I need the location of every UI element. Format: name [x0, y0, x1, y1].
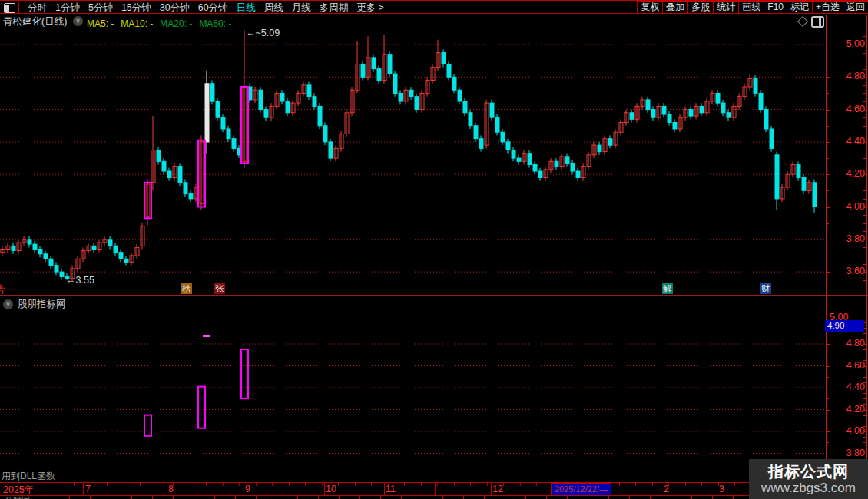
- axis-tick: [863, 421, 866, 421]
- axis-tick: [826, 431, 830, 432]
- timeline-month-label[interactable]: 2: [664, 484, 669, 494]
- axis-tick: [863, 404, 866, 405]
- marker-badge-2[interactable]: 解: [662, 283, 673, 294]
- axis-tick: [826, 410, 830, 411]
- axis-tick: [826, 344, 830, 345]
- split-window-icon: [4, 3, 15, 13]
- toolbar-button-0[interactable]: 复权: [637, 2, 662, 13]
- diamond-icon[interactable]: [797, 16, 808, 27]
- timeline-month-label[interactable]: 8: [168, 484, 174, 494]
- timeline-year-label: 2025年: [3, 484, 34, 497]
- period-tab-7[interactable]: 周线: [264, 2, 283, 15]
- maximize-panel-icon[interactable]: [811, 16, 824, 28]
- axis-tick: [863, 158, 866, 159]
- selected-date-box[interactable]: 2025/12/22/—: [551, 483, 611, 496]
- indicator-panel[interactable]: [0, 296, 826, 474]
- marker-badge-3[interactable]: 财: [760, 283, 771, 294]
- chevron-down-icon[interactable]: ∨: [73, 16, 83, 26]
- period-tab-6[interactable]: 日线: [237, 2, 256, 15]
- axis-tick: [826, 442, 829, 443]
- period-tab-9[interactable]: 多周期: [320, 2, 349, 15]
- timeline-tick: [305, 483, 306, 486]
- period-tab-0[interactable]: 分时: [28, 2, 47, 15]
- period-tab-10[interactable]: 更多 >: [356, 2, 384, 15]
- price-axis-label: 3.80: [830, 233, 865, 244]
- axis-tick: [826, 93, 829, 94]
- indicator-axis-label: 4.00: [830, 425, 865, 436]
- bottom-strip-tick: [297, 496, 298, 499]
- axis-tick: [863, 382, 866, 383]
- axis-tick: [863, 36, 866, 37]
- toolbar-button-6[interactable]: 标记: [787, 2, 812, 13]
- timeline-month-label[interactable]: 9: [245, 484, 250, 494]
- bottom-strip-tick: [546, 496, 547, 499]
- ma-label-3: MA60: -: [199, 18, 231, 29]
- period-tab-3[interactable]: 15分钟: [121, 2, 151, 15]
- period-tab-2[interactable]: 5分钟: [88, 2, 113, 15]
- period-tab-1[interactable]: 1分钟: [55, 2, 80, 15]
- toolbar-button-1[interactable]: 叠加: [662, 2, 687, 13]
- high-price-annotation: ←~5.09: [246, 28, 280, 38]
- toolbar-button-2[interactable]: 多股: [687, 2, 713, 13]
- axis-tick: [826, 388, 830, 388]
- timeline-tick: [437, 483, 438, 486]
- axis-tick: [863, 393, 866, 394]
- axis-tick: [863, 117, 866, 118]
- month-separator: [717, 483, 717, 495]
- axis-tick: [863, 150, 866, 150]
- bottom-strip-tick: [256, 496, 257, 499]
- main-price-chart[interactable]: [0, 15, 826, 296]
- toolbar-button-7[interactable]: +自选: [812, 2, 843, 13]
- dotted-divider: [54, 474, 826, 474]
- axis-tick: [826, 454, 830, 454]
- timeline-month-label[interactable]: 10: [326, 484, 336, 494]
- axis-tick: [863, 448, 866, 448]
- axis-tick: [863, 77, 866, 78]
- axis-tick: [863, 280, 866, 281]
- month-separator: [167, 483, 167, 495]
- marker-badge-1[interactable]: 张: [214, 283, 225, 294]
- period-tab-8[interactable]: 月线: [292, 2, 311, 15]
- bottom-strip-tick: [111, 496, 111, 499]
- axis-tick: [863, 442, 866, 443]
- timeline-tick: [520, 483, 521, 486]
- low-price-annotation: ←3.55: [66, 275, 94, 286]
- axis-tick: [863, 339, 866, 339]
- timeline-tick: [404, 483, 405, 486]
- axis-tick: [863, 215, 866, 216]
- bottom-strip-tick: [380, 496, 381, 499]
- timeline-month-label[interactable]: 12: [492, 484, 503, 494]
- timeline-tick: [107, 483, 108, 486]
- price-axis-label: 3.60: [830, 266, 865, 276]
- layout-icon-wrap[interactable]: [0, 2, 19, 14]
- toolbar-button-5[interactable]: F10: [764, 2, 787, 13]
- timeline-month-label[interactable]: 3: [719, 484, 724, 494]
- timeline-month-label[interactable]: 7: [85, 484, 91, 494]
- axis-tick: [826, 126, 829, 127]
- chevron-down-icon[interactable]: ∨: [3, 299, 13, 309]
- axis-tick: [826, 174, 830, 175]
- axis-tick: [863, 410, 866, 411]
- indicator-axis-label: 4.20: [830, 404, 865, 415]
- toolbar-button-3[interactable]: 统计: [713, 2, 738, 13]
- clipped-edge-glyph: 势: [0, 282, 7, 294]
- timeline-tick: [734, 483, 735, 486]
- axis-tick: [826, 421, 829, 421]
- toolbar-button-4[interactable]: 画线: [738, 2, 764, 13]
- period-tab-5[interactable]: 60分钟: [198, 2, 228, 15]
- timeline-tick: [487, 483, 488, 486]
- period-tab-4[interactable]: 30分钟: [160, 2, 190, 15]
- bottom-strip-tick: [359, 496, 360, 499]
- axis-tick: [863, 372, 866, 372]
- axis-tick: [826, 366, 830, 367]
- axis-tick: [863, 231, 866, 232]
- axis-tick: [826, 355, 829, 355]
- bottom-strip-tick: [588, 496, 588, 499]
- timeline-tick: [91, 483, 91, 486]
- toolbar-button-8[interactable]: 返回: [843, 2, 868, 13]
- timeline-month-label[interactable]: 11: [386, 484, 396, 494]
- marker-badge-0[interactable]: 榜: [181, 283, 192, 294]
- axis-tick: [863, 398, 866, 399]
- axis-tick: [863, 431, 866, 432]
- bottom-strip-tick: [671, 496, 671, 499]
